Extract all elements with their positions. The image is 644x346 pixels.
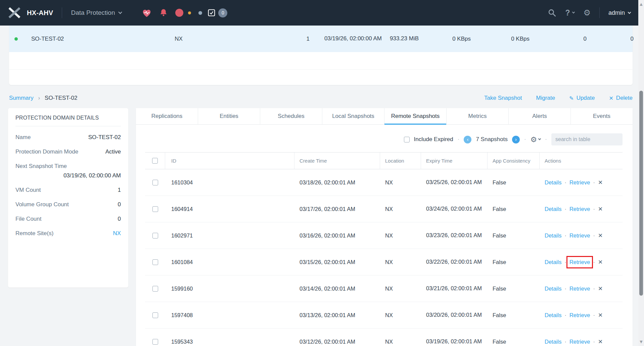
details-link[interactable]: Details: [545, 286, 561, 292]
col-header-actions: Actions: [540, 153, 623, 169]
snapshot-app-consistency: False: [488, 339, 540, 345]
delete-snapshot-icon[interactable]: ✕: [598, 338, 603, 345]
scrollbar-thumb[interactable]: [639, 91, 643, 296]
warning-dot-icon[interactable]: [188, 11, 191, 14]
alert-status-dot-icon[interactable]: [175, 9, 183, 17]
pd-next-snapshot-time: 03/19/26, 02:00:00 AM: [310, 35, 382, 43]
row-checkbox[interactable]: [152, 286, 158, 292]
status-ok-dot-icon: [14, 37, 18, 41]
nav-section-dropdown[interactable]: Data Protection: [71, 9, 122, 16]
tab-events[interactable]: Events: [571, 108, 633, 124]
search-input[interactable]: [555, 136, 625, 142]
row-checkbox[interactable]: [152, 339, 158, 345]
delete-snapshot-icon[interactable]: ✕: [598, 179, 603, 186]
table-settings-menu[interactable]: ⚙: [531, 135, 541, 144]
prev-page-button[interactable]: ‹: [464, 136, 471, 143]
delete-button[interactable]: ✕ Delete: [609, 95, 633, 101]
retrieve-link[interactable]: Retrieve: [569, 206, 590, 212]
retrieve-link-wrap: Retrieve: [569, 286, 590, 292]
search-icon[interactable]: [548, 8, 556, 17]
delete-snapshot-icon[interactable]: ✕: [598, 312, 603, 318]
tab-schedules[interactable]: Schedules: [260, 108, 322, 124]
row-checkbox[interactable]: [152, 206, 158, 212]
table-header-row: ID Create Time Location Expiry Time App …: [145, 153, 623, 169]
separator-dot: ·: [593, 232, 595, 239]
breadcrumb-current: SO-TEST-02: [45, 95, 77, 101]
snapshot-table-row: 1595343 03/12/26, 02:00:01 AM NX 03/19/2…: [145, 329, 623, 346]
retrieve-link[interactable]: Retrieve: [569, 259, 590, 265]
alerts-bell-icon[interactable]: [159, 8, 168, 17]
table-toolbar: Include Expired · ‹ 7 Snapshots › · ⚙ ·: [136, 125, 633, 152]
details-field: Protection Domain Mode Active: [15, 148, 121, 155]
separator-dot: ·: [593, 206, 595, 212]
pd-summary-row[interactable]: SO-TEST-02 NX 1 03/19/26, 02:00:00 AM 93…: [9, 26, 633, 52]
retrieve-link[interactable]: Retrieve: [569, 232, 590, 239]
select-all-checkbox[interactable]: [152, 158, 158, 164]
divider: [599, 7, 600, 18]
top-navbar: HX-AHV Data Protection 0 ?: [0, 0, 644, 26]
migrate-button[interactable]: Migrate: [536, 95, 555, 101]
take-snapshot-button[interactable]: Take Snapshot: [484, 95, 522, 101]
snapshot-app-consistency: False: [488, 206, 540, 212]
row-checkbox[interactable]: [152, 259, 158, 265]
snapshot-create-time: 03/17/26, 02:00:01 AM: [294, 206, 380, 212]
delete-snapshot-icon[interactable]: ✕: [598, 285, 603, 292]
delete-snapshot-icon[interactable]: ✕: [598, 259, 603, 265]
nutanix-logo-icon[interactable]: [7, 7, 21, 18]
delete-snapshot-icon[interactable]: ✕: [598, 232, 603, 239]
details-link[interactable]: Details: [545, 232, 561, 239]
snapshot-count: 7 Snapshots: [476, 136, 508, 143]
update-button[interactable]: ✎ Update: [569, 95, 595, 101]
tab-metrics[interactable]: Metrics: [447, 108, 509, 124]
vertical-scrollbar[interactable]: ▲ ▼: [638, 0, 644, 346]
snapshot-location: NX: [380, 206, 421, 212]
gear-icon: ⚙: [531, 135, 537, 144]
empty-table-row: [9, 52, 633, 70]
tab-local-snapshots[interactable]: Local Snapshots: [322, 108, 384, 124]
details-link[interactable]: Details: [545, 206, 561, 212]
retrieve-link[interactable]: Retrieve: [569, 312, 590, 318]
pd-vm-count: 1: [258, 36, 310, 42]
snapshot-app-consistency: False: [488, 286, 540, 292]
details-field-value[interactable]: NX: [113, 230, 121, 237]
tab-alerts[interactable]: Alerts: [509, 108, 571, 124]
retrieve-link[interactable]: Retrieve: [569, 286, 590, 292]
settings-gear-icon[interactable]: ⚙: [583, 8, 591, 17]
snapshot-create-time: 03/18/26, 02:00:01 AM: [294, 179, 380, 186]
retrieve-link[interactable]: Retrieve: [569, 339, 590, 345]
retrieve-link[interactable]: Retrieve: [569, 179, 590, 185]
pd-name: SO-TEST-02: [23, 36, 100, 42]
details-link[interactable]: Details: [545, 259, 561, 265]
row-checkbox[interactable]: [152, 233, 158, 239]
include-expired-checkbox[interactable]: [404, 137, 410, 142]
help-menu[interactable]: ?: [565, 8, 574, 17]
details-field-label: Name: [15, 134, 31, 141]
delete-label: Delete: [616, 95, 633, 101]
row-checkbox[interactable]: [152, 312, 158, 318]
snapshot-location: NX: [380, 179, 421, 186]
details-link[interactable]: Details: [545, 179, 561, 186]
row-checkbox[interactable]: [152, 180, 158, 185]
user-menu[interactable]: admin: [608, 9, 631, 16]
tab-replications[interactable]: Replications: [136, 108, 198, 124]
scroll-up-icon[interactable]: ▲: [638, 2, 644, 6]
info-dot-icon[interactable]: [198, 11, 202, 15]
health-heart-icon[interactable]: [142, 8, 152, 17]
tab-remote-snapshots[interactable]: Remote Snapshots: [384, 108, 447, 124]
snapshot-create-time: 03/12/26, 02:00:01 AM: [294, 339, 380, 345]
details-link[interactable]: Details: [545, 339, 561, 345]
scroll-down-icon[interactable]: ▼: [638, 340, 644, 344]
separator-dot: ·: [593, 339, 595, 345]
tab-entities[interactable]: Entities: [198, 108, 260, 124]
retrieve-link-wrap: Retrieve: [569, 232, 590, 239]
delete-snapshot-icon[interactable]: ✕: [598, 206, 603, 212]
snapshot-app-consistency: False: [488, 259, 540, 265]
help-icon: ?: [565, 8, 570, 17]
pd-bandwidth-rx: 0 KBps: [471, 36, 530, 42]
details-field-label: Protection Domain Mode: [15, 148, 78, 155]
next-page-button[interactable]: ›: [512, 136, 520, 143]
details-link[interactable]: Details: [545, 312, 561, 318]
tasks-indicator[interactable]: 0: [208, 8, 227, 17]
breadcrumb-summary-link[interactable]: Summary: [9, 95, 34, 101]
pencil-icon: ✎: [569, 95, 573, 101]
